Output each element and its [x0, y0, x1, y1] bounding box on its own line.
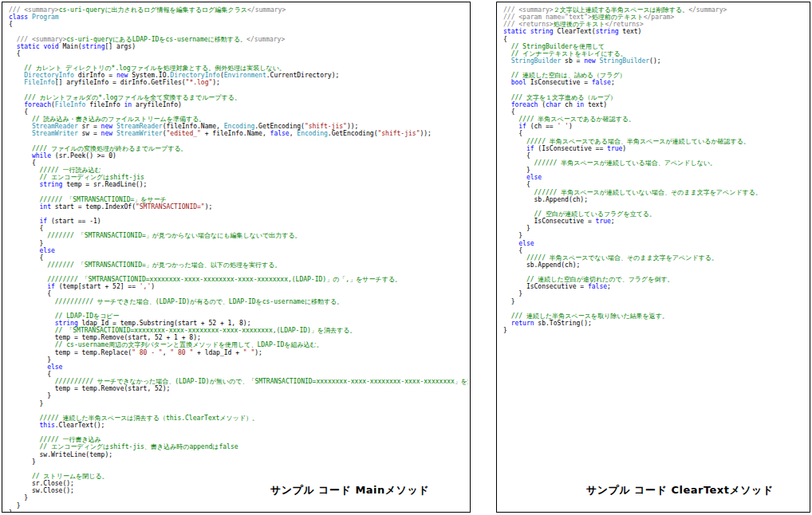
code-line: foreach (char ch in text): [503, 101, 808, 108]
code-line: /// <summary>cs-uri-queryにあるLDAP-IDをcs-u…: [9, 36, 468, 43]
code-line-blank: [9, 269, 468, 276]
code-line: temp = temp.Remove(start, 52 + 1 + 8);: [9, 334, 468, 341]
code-listing-main: /// <summary>cs-uri-queryに出力されるログ情報を編集する…: [2, 2, 470, 513]
code-line-blank: [503, 269, 808, 276]
code-line: bool IsConsecutive = false;: [503, 79, 808, 86]
code-line: // エンコーディングはshift-jis: [9, 174, 468, 181]
code-line: }: [503, 327, 808, 334]
code-line: /// カレントフォルダの*.logファイルを全て変換するまでループする。: [9, 94, 468, 101]
code-line-blank: [9, 407, 468, 415]
code-line-blank: [9, 466, 468, 473]
code-line: string temp = sr.ReadLine();: [9, 181, 468, 188]
code-line: else: [503, 240, 808, 247]
panel-caption-main: サンプル コード Mainメソッド: [270, 483, 429, 497]
code-line: /// <param name="text">処理前のテキスト</param>: [503, 14, 808, 21]
code-line-blank: [503, 87, 808, 94]
code-line: {: [503, 130, 808, 137]
code-line: ////// 「SMTRANSACTIONID=」をサーチ: [9, 196, 468, 203]
code-line-blank: [9, 429, 468, 436]
code-line: static void Main(string[] args): [9, 43, 468, 50]
code-line: sb.Append(ch);: [503, 196, 808, 203]
code-line: // 連続した空白は、詰める（フラグ）: [503, 72, 808, 79]
code-line: {: [9, 159, 468, 167]
code-line: // インナーテキストをキレイにする。: [503, 50, 808, 57]
code-listing-cleartext: /// <summary>２文字以上連続する半角スペースは削除する。</summ…: [497, 2, 810, 334]
code-line: // 読み込み・書き込みのファイルストリームを準備する。: [9, 116, 468, 123]
code-line: StreamReader sr = new StreamReader(fileI…: [9, 123, 468, 130]
code-line-blank: [9, 87, 468, 94]
code-line: {: [9, 50, 468, 57]
code-line: }: [9, 502, 468, 509]
code-line: DirectoryInfo dirInfo = new System.IO.Di…: [9, 72, 468, 79]
code-line: {: [9, 225, 468, 232]
code-line: }: [503, 290, 808, 297]
code-line-blank: [503, 305, 808, 313]
code-line: }: [9, 356, 468, 364]
code-line: }: [503, 225, 808, 232]
code-line: IsConsecutive = true;: [503, 218, 808, 225]
code-line: /// <returns>処理後のテキスト</returns>: [503, 21, 808, 28]
code-line: // 連続した空白が途切れたので、フラグを倒す。: [503, 276, 808, 283]
code-line: ///// 連続した半角スペースは消去する（this.ClearTextメソッド…: [9, 415, 468, 422]
code-line: while (sr.Peek() >= 0): [9, 152, 468, 159]
code-line: }: [9, 458, 468, 466]
code-line-blank: [9, 57, 468, 65]
code-line: temp = temp.Replace(" 80 - ", " 80 " + l…: [9, 349, 468, 356]
code-line: if (IsConsecutive == true): [503, 145, 808, 152]
code-line-blank: [9, 189, 468, 196]
code-line: int start = temp.IndexOf("SMTRANSACTIONI…: [9, 203, 468, 210]
code-line: temp = temp.Remove(start, 52);: [9, 385, 468, 392]
code-line: // ストリームを閉じる。: [9, 473, 468, 480]
code-line-blank: [503, 203, 808, 210]
code-line: else: [9, 247, 468, 254]
code-line-blank: [503, 65, 808, 72]
code-line: return sb.ToString();: [503, 320, 808, 327]
code-line: /// <summary>２文字以上連続する半角スペースは削除する。</summ…: [503, 6, 808, 14]
code-line: string ldap_Id = temp.Substring(start + …: [9, 320, 468, 327]
code-line: StreamWriter sw = new StreamWriter("edit…: [9, 130, 468, 137]
code-line: //////// 「SMTRANSACTIONID=xxxxxxxx-xxxx-…: [9, 276, 468, 283]
code-line: ///// 一行読み込む: [9, 167, 468, 174]
code-line: this.ClearText();: [9, 422, 468, 429]
code-line: // StringBuilderを使用して: [503, 43, 808, 50]
code-line: // カレント ディレクトリの*.logファイルを処理対象とする。例外処理は実装…: [9, 65, 468, 72]
code-line: if (temp[start + 52] == ','): [9, 283, 468, 290]
code-line: ////// 半角スペースが連続していない場合、そのまま文字をアペンドする。: [503, 189, 808, 196]
code-line: foreach(FileInfo fileInfo in aryfileInfo…: [9, 101, 468, 108]
code-line: {: [503, 152, 808, 159]
code-line: FileInfo[] aryfileInfo = dirInfo.GetFile…: [9, 79, 468, 86]
code-sample-page: { "colors": { "keyword": "#0000ff", "typ…: [0, 0, 812, 515]
code-line: {: [9, 290, 468, 297]
code-line: // cs-username周辺の文字列パターンと置換メソッドを使用して、LDA…: [9, 341, 468, 348]
code-line: {: [503, 36, 808, 43]
code-line: /////// 「SMTRANSACTIONID=」が見つかった場合、以下の処理…: [9, 261, 468, 269]
code-line: }: [9, 240, 468, 247]
code-line: else: [503, 174, 808, 181]
code-line: ///// 半角スペースである場合、半角スペースが連続しているか確認する。: [503, 138, 808, 145]
code-line: class Program: [9, 14, 468, 21]
code-line: // 空白が連続しているフラグを立てる。: [503, 210, 808, 218]
code-line: //// ファイルの変換処理が終わるまでループする。: [9, 145, 468, 152]
code-line: {: [9, 254, 468, 261]
code-line: // 「SMTRANSACTIONID=xxxxxxxx-xxxx-xxxxxx…: [9, 327, 468, 334]
code-line: }: [503, 167, 808, 174]
code-line: }: [503, 232, 808, 239]
code-line-blank: [9, 210, 468, 218]
code-line: StringBuilder sb = new StringBuilder();: [503, 57, 808, 65]
code-line-blank: [9, 28, 468, 35]
code-line: else: [9, 364, 468, 371]
code-line: }: [503, 298, 808, 305]
code-line: {: [503, 108, 808, 116]
code-panel-cleartext-method: /// <summary>２文字以上連続する半角スペースは削除する。</summ…: [496, 2, 810, 513]
code-panel-main-method: /// <summary>cs-uri-queryに出力されるログ情報を編集する…: [2, 2, 471, 513]
code-line-blank: [9, 305, 468, 313]
code-line: /// 連続した半角スペースを取り除いた結果を返す。: [503, 313, 808, 320]
code-line: {: [9, 108, 468, 116]
code-line: }: [9, 400, 468, 407]
code-line: if (ch == ' '): [503, 123, 808, 130]
code-line: ///// 一行書き込み: [9, 436, 468, 443]
code-line: {: [503, 181, 808, 188]
code-line: /// 文字を１文字進める（ループ）: [503, 94, 808, 101]
code-line: ///// 半角スペースでない場合、そのまま文字をアペンドする。: [503, 254, 808, 261]
code-line: {: [9, 21, 468, 28]
